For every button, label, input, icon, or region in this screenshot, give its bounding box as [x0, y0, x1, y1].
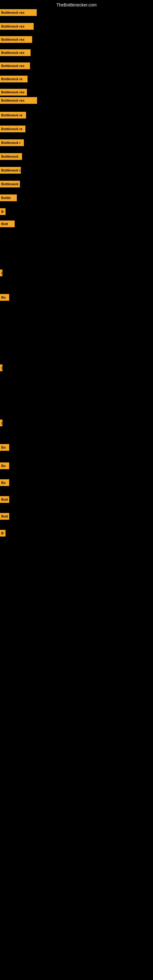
- bottleneck-bar: Bo: [0, 294, 9, 301]
- bottleneck-bar: B: [0, 530, 5, 536]
- bottleneck-bar: Bottleneck: [0, 153, 22, 160]
- bottleneck-bar: Bott: [0, 513, 9, 520]
- bottleneck-bar: Bottle: [0, 194, 17, 201]
- bottleneck-bar: Bottleneck res: [0, 36, 32, 43]
- bottleneck-bar: |: [0, 364, 2, 371]
- bottleneck-bar: Bottleneck res: [0, 62, 30, 69]
- bottleneck-bar: |: [0, 269, 2, 276]
- bottleneck-bar: Bottleneck re: [0, 76, 27, 83]
- bottleneck-bar: Bottleneck r: [0, 167, 21, 173]
- bottleneck-bar: B: [0, 208, 5, 215]
- bottleneck-bar: Bottleneck res: [0, 23, 33, 30]
- bottleneck-bar: Bottleneck res: [0, 49, 30, 56]
- bottleneck-bar: Bottleneck re: [0, 112, 26, 119]
- bottleneck-bar: Bottleneck res: [0, 97, 37, 104]
- bottleneck-bar: Bottleneck res: [0, 89, 27, 95]
- bottleneck-bar: Bo: [0, 444, 9, 451]
- bottleneck-bar: |: [0, 420, 2, 426]
- bottleneck-bar: Bott: [0, 221, 15, 227]
- site-title: TheBottlenecker.com: [0, 2, 153, 7]
- bottleneck-bar: Bottleneck: [0, 181, 20, 188]
- bottleneck-bar: Bo: [0, 463, 9, 469]
- bottleneck-bar: Bo: [0, 479, 9, 486]
- bottleneck-bar: Bott: [0, 496, 9, 503]
- bottleneck-bar: Bottleneck res: [0, 9, 37, 16]
- bottleneck-bar: Bottleneck r: [0, 139, 24, 146]
- bottleneck-bar: Bottleneck re: [0, 126, 26, 132]
